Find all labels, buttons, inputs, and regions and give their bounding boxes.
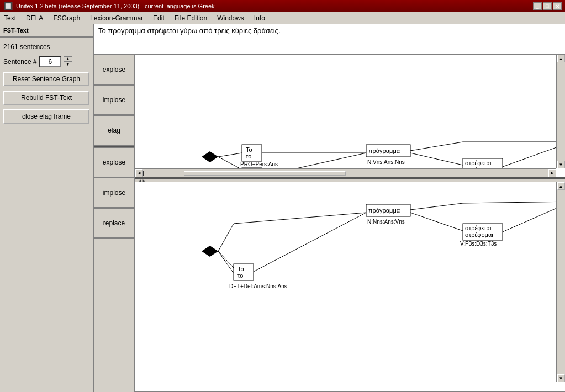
label-det2: DET+Def:Ams:Nns:Ans — [229, 283, 287, 289]
node-to1-line1: Το — [246, 146, 252, 153]
title-bar: 🔲 Unitex 1.2 beta (release September 11,… — [0, 0, 565, 12]
app-icon: 🔲 — [3, 2, 13, 10]
top-sidebar: explose implose elag explose implose rep… — [94, 55, 135, 392]
sentence-input[interactable] — [39, 56, 61, 67]
edge-prog-gyro — [410, 142, 463, 151]
edge2-to3 — [218, 251, 234, 268]
spin-up-button[interactable]: ▲ — [64, 56, 72, 62]
scroll-down-arrow[interactable]: ▼ — [557, 161, 565, 168]
edge2-top-prog — [234, 213, 366, 224]
elag-button[interactable]: elag — [94, 115, 134, 146]
top-h-scrollbar[interactable]: ◄ ► — [135, 168, 556, 177]
node-programma2-text: πρόγραμμα — [368, 207, 400, 214]
start-node — [202, 151, 218, 162]
node-to1-line2: το — [246, 153, 251, 160]
graph-panels: Το το PRO+Pers:Ans Το το DET+Def:Ans:Nns… — [135, 55, 565, 392]
edge-prog-stref — [410, 153, 463, 165]
scroll-right-arrow[interactable]: ► — [548, 169, 556, 177]
menu-windows[interactable]: Windows — [215, 14, 246, 23]
scroll-up-arrow[interactable]: ▲ — [557, 55, 565, 62]
node-to3-line2: το — [237, 272, 243, 279]
bot-scroll-down-arrow[interactable]: ▼ — [557, 374, 565, 382]
menu-file-edition[interactable]: File Edition — [173, 14, 209, 23]
menu-lexicon-grammar[interactable]: Lexicon-Grammar — [88, 14, 145, 23]
bottom-graph-svg: Το το DET+Def:Ams:Nns:Ans πρόγραμμα N:Nn… — [135, 182, 565, 337]
implose-bot-button[interactable]: implose — [94, 178, 134, 208]
close-elag-frame-button[interactable]: close elag frame — [3, 109, 89, 124]
label-stref2: V:P3s:D3s:T3s — [460, 241, 497, 247]
top-graph-svg: Το το PRO+Pers:Ans Το το DET+Def:Ans:Nns… — [135, 55, 565, 171]
menu-bar: Text DELA FSGraph Lexicon-Grammar Edit F… — [0, 12, 565, 24]
minimize-button[interactable]: _ — [533, 2, 542, 10]
right-area: Το πρόγραμμα στρέφεται γύρω από τρεις κύ… — [94, 24, 565, 392]
rebuild-fst-text-button[interactable]: Rebuild FST-Text — [3, 91, 89, 105]
top-v-scrollbar[interactable]: ▲ ▼ — [556, 55, 565, 168]
implose-top-button[interactable]: implose — [94, 85, 134, 115]
edge2-prog-stref — [410, 213, 463, 231]
fst-text-header: FST-Text — [0, 24, 93, 38]
bot-scroll-up-arrow[interactable]: ▲ — [557, 182, 565, 190]
bot-v-scrollbar[interactable]: ▲ ▼ — [556, 182, 565, 382]
left-panel: FST-Text 2161 sentences Sentence # ▲ ▼ R… — [0, 24, 94, 392]
edge2-start2 — [218, 251, 234, 273]
replace-button[interactable]: replace — [94, 208, 134, 239]
edge2-start — [218, 224, 234, 251]
close-button[interactable]: ✕ — [553, 2, 562, 10]
spin-down-button[interactable]: ▼ — [64, 62, 72, 67]
explose-top-button[interactable]: explose — [94, 55, 134, 85]
left-controls: 2161 sentences Sentence # ▲ ▼ Reset Sent… — [0, 38, 93, 128]
title-text: Unitex 1.2 beta (release September 11, 2… — [16, 3, 215, 9]
title-bar-controls[interactable]: _ □ ✕ — [533, 2, 562, 10]
bottom-graph-panel: Το το DET+Def:Ams:Nns:Ans πρόγραμμα N:Nn… — [135, 182, 565, 392]
menu-edit[interactable]: Edit — [151, 14, 166, 23]
menu-dela[interactable]: DELA — [24, 14, 45, 23]
spin-buttons: ▲ ▼ — [64, 56, 72, 67]
sentence-row: Sentence # ▲ ▼ — [3, 56, 89, 67]
maximize-button[interactable]: □ — [543, 2, 552, 10]
edge-start-to2 — [218, 157, 242, 169]
reset-sentence-graph-button[interactable]: Reset Sentence Graph — [3, 72, 89, 86]
main-layout: FST-Text 2161 sentences Sentence # ▲ ▼ R… — [0, 24, 565, 392]
node-stref2-line2: στρέφομαι — [465, 231, 493, 238]
menu-text[interactable]: Text — [2, 14, 18, 23]
fst-text-label: FST-Text — [3, 27, 29, 34]
edge2-prog-gyro2 — [463, 202, 565, 203]
edge-start-to1 — [218, 153, 242, 157]
node-to3-line1: Το — [237, 266, 244, 272]
start-node2 — [202, 246, 218, 257]
edge2-prog-gyro — [410, 203, 463, 210]
scrollbar-track[interactable] — [143, 171, 548, 176]
node-programma-text: πρόγραμμα — [368, 147, 400, 154]
node-stref2-line1: στρέφεται — [465, 225, 492, 231]
label-programma2: N:Nns:Ans:Vns — [367, 219, 405, 225]
label-pro: PRO+Pers:Ans — [240, 161, 278, 167]
sentence-count: 2161 sentences — [3, 42, 89, 52]
graph-container: explose implose elag explose implose rep… — [94, 55, 565, 392]
explose-bot-button[interactable]: explose — [94, 147, 134, 178]
text-display: Το πρόγραμμα στρέφεται γύρω από τρεις κύ… — [94, 24, 565, 55]
edge2-to3-prog — [254, 213, 366, 272]
sentence-label: Sentence # — [3, 58, 37, 66]
top-graph-panel: Το το PRO+Pers:Ans Το το DET+Def:Ans:Nns… — [135, 55, 565, 179]
title-bar-left: 🔲 Unitex 1.2 beta (release September 11,… — [3, 2, 215, 10]
menu-fsgraph[interactable]: FSGraph — [51, 14, 82, 23]
sentence-text: Το πρόγραμμα στρέφεται γύρω από τρεις κύ… — [98, 27, 281, 35]
scroll-left-arrow[interactable]: ◄ — [135, 169, 143, 177]
label-programma: N:Vns:Ans:Nns — [367, 159, 405, 165]
node-stref-line1: στρέφεται — [465, 160, 492, 166]
menu-info[interactable]: Info — [252, 14, 267, 23]
scrollbar-thumb[interactable] — [184, 171, 346, 176]
